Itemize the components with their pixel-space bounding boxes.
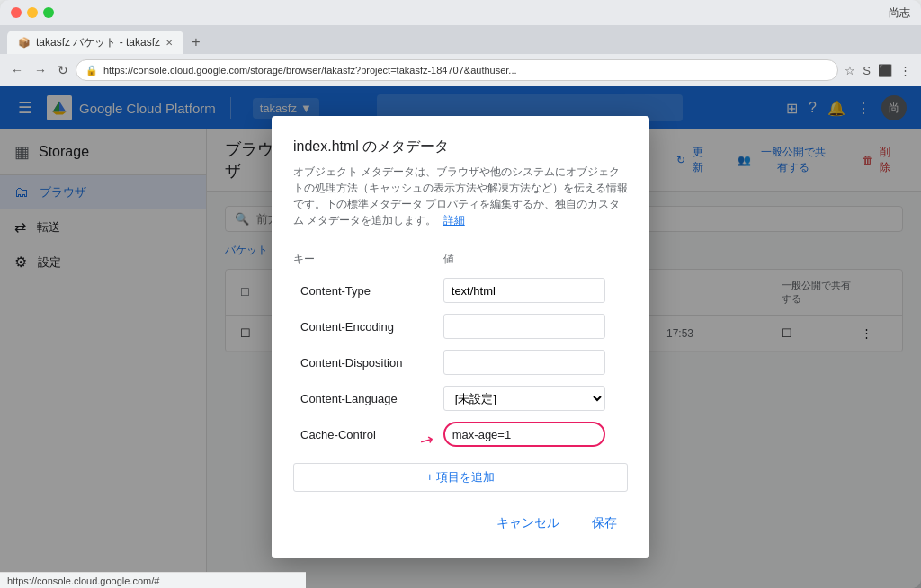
active-tab[interactable]: 📦 takasfz バケット - takasfz ✕ <box>7 31 183 54</box>
minimize-button[interactable] <box>27 7 38 18</box>
maximize-button[interactable] <box>43 7 54 18</box>
modal-detail-link[interactable]: 詳細 <box>443 214 465 227</box>
tab-favicon: 📦 <box>18 37 31 49</box>
back-button[interactable]: ← <box>7 59 27 81</box>
field-content-disposition: Content-Disposition <box>293 344 628 380</box>
cancel-button[interactable]: キャンセル <box>486 510 570 537</box>
browser-toolbar: ☆ S ⬛ ⋮ <box>842 61 914 80</box>
add-item-button[interactable]: + 項目を追加 <box>293 463 628 492</box>
extension-icon-1[interactable]: S <box>860 61 873 80</box>
menu-icon[interactable]: ⋮ <box>897 61 914 80</box>
address-text: https://console.cloud.google.com/storage… <box>103 65 517 76</box>
save-button[interactable]: 保存 <box>581 510 628 537</box>
address-bar-row: ← → ↻ 🔒 https://console.cloud.google.com… <box>0 54 921 86</box>
content-type-label: Content-Type <box>300 284 371 298</box>
key-header: キー <box>293 246 436 272</box>
metadata-form: キー 値 Content-Type Content-Encoding Conte… <box>293 246 628 452</box>
bookmark-icon[interactable]: ☆ <box>842 61 858 80</box>
content-language-select[interactable]: [未設定] <box>443 386 605 411</box>
status-url: https://console.cloud.google.com/# <box>7 575 159 586</box>
content-disposition-label: Content-Disposition <box>300 356 402 370</box>
modal-description: オブジェクト メタデータは、ブラウザや他のシステムにオブジェクトの処理方法（キャ… <box>293 164 628 228</box>
window-user: 尚志 <box>889 5 910 21</box>
new-tab-button[interactable]: + <box>185 31 207 54</box>
field-cache-control: Cache-Control ↗ <box>293 416 628 452</box>
value-header: 値 <box>436 246 628 272</box>
status-bar: https://console.cloud.google.com/# <box>0 572 306 588</box>
modal-overlay: index.html のメタデータ オブジェクト メタデータは、ブラウザや他のシ… <box>0 86 921 588</box>
tab-close-icon[interactable]: ✕ <box>165 38 173 48</box>
field-content-language: Content-Language [未設定] <box>293 380 628 416</box>
modal-title: index.html のメタデータ <box>293 138 628 156</box>
secure-icon: 🔒 <box>85 65 98 76</box>
field-content-type: Content-Type <box>293 272 628 308</box>
forward-button[interactable]: → <box>31 59 50 81</box>
reload-button[interactable]: ↻ <box>54 59 72 81</box>
content-encoding-input[interactable] <box>443 314 605 339</box>
tab-title: takasfz バケット - takasfz <box>36 35 160 50</box>
traffic-lights <box>11 7 54 18</box>
cache-control-input[interactable] <box>443 422 605 447</box>
content-encoding-label: Content-Encoding <box>300 320 394 334</box>
add-item-label: + 項目を追加 <box>426 469 495 486</box>
modal-actions: キャンセル 保存 <box>293 510 628 537</box>
content-type-input[interactable] <box>443 278 605 303</box>
content-disposition-input[interactable] <box>443 350 605 375</box>
tab-bar: 📦 takasfz バケット - takasfz ✕ + <box>0 25 921 54</box>
content-language-label: Content-Language <box>300 392 398 405</box>
metadata-modal: index.html のメタデータ オブジェクト メタデータは、ブラウザや他のシ… <box>272 116 649 558</box>
field-content-encoding: Content-Encoding <box>293 308 628 344</box>
cache-control-label: Cache-Control <box>300 428 376 441</box>
address-bar[interactable]: 🔒 https://console.cloud.google.com/stora… <box>76 59 838 81</box>
close-button[interactable] <box>11 7 22 18</box>
extension-icon-2[interactable]: ⬛ <box>875 61 895 80</box>
title-bar: 尚志 <box>0 0 921 25</box>
